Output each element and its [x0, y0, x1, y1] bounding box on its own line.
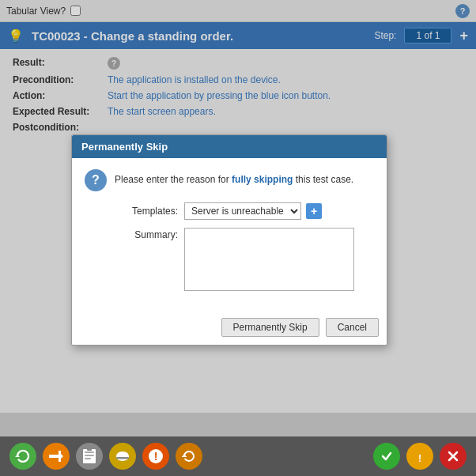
bottom-toolbar: ! !: [0, 436, 476, 476]
dialog-title: Permanently Skip: [72, 135, 387, 158]
templates-select[interactable]: Server is unreachable.: [184, 202, 301, 220]
confirm-button[interactable]: [373, 443, 400, 470]
dialog-body: ? Please enter the reason for fully skip…: [72, 158, 387, 313]
svg-rect-5: [85, 455, 94, 456]
summary-label: Summary:: [115, 228, 178, 240]
document-button[interactable]: [76, 443, 103, 470]
alert-button[interactable]: !: [406, 443, 433, 470]
svg-text:!: !: [154, 450, 158, 463]
next-button[interactable]: [43, 443, 70, 470]
toolbar-right: !: [373, 443, 467, 470]
cancel-button[interactable]: Cancel: [326, 318, 379, 337]
templates-label: Templates:: [115, 206, 178, 217]
templates-row: Templates: Server is unreachable. +: [115, 202, 374, 220]
close-button[interactable]: [440, 443, 467, 470]
svg-rect-6: [85, 458, 91, 459]
svg-rect-4: [85, 451, 94, 453]
svg-rect-2: [59, 451, 61, 462]
summary-row: Summary:: [115, 228, 374, 291]
summary-textarea[interactable]: [184, 228, 354, 291]
refresh-button[interactable]: [9, 443, 36, 470]
refresh-orange-button[interactable]: [176, 443, 202, 470]
svg-rect-0: [49, 455, 59, 458]
svg-rect-7: [87, 448, 92, 451]
svg-text:!: !: [418, 453, 421, 464]
dialog-help-icon: ?: [85, 169, 107, 191]
dialog-buttons: Permanently Skip Cancel: [72, 313, 387, 345]
toolbar-left: !: [9, 443, 202, 470]
svg-rect-9: [116, 457, 129, 459]
dialog-message: Please enter the reason for fully skippi…: [115, 169, 353, 187]
helmet-button[interactable]: [109, 443, 136, 470]
warning-button[interactable]: !: [142, 443, 169, 470]
add-template-button[interactable]: +: [306, 203, 322, 219]
permanently-skip-dialog: Permanently Skip ? Please enter the reas…: [71, 134, 387, 346]
permanently-skip-button[interactable]: Permanently Skip: [221, 318, 319, 337]
dialog-message-row: ? Please enter the reason for fully skip…: [85, 169, 374, 191]
svg-point-12: [379, 448, 395, 464]
